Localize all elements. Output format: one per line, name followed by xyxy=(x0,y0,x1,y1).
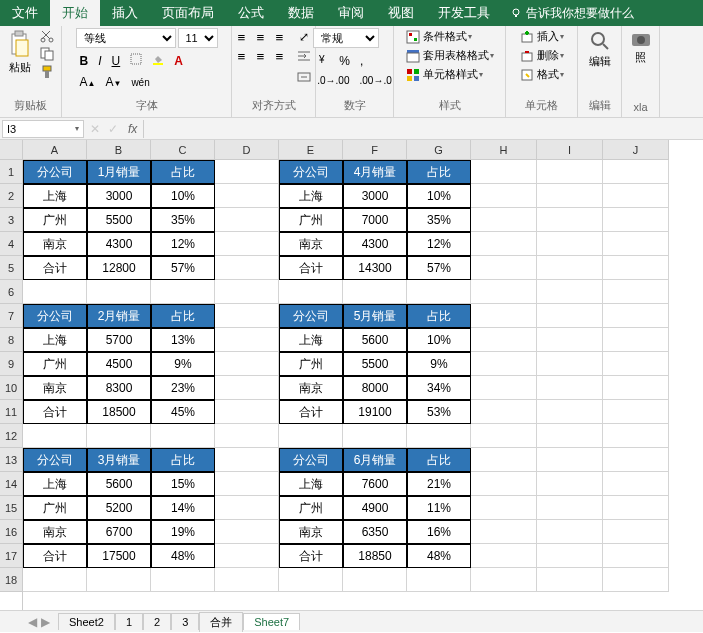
cell-E13[interactable]: 分公司 xyxy=(279,448,343,472)
cell-A12[interactable] xyxy=(23,424,87,448)
cell-H14[interactable] xyxy=(471,472,537,496)
find-button[interactable]: 编辑 xyxy=(587,28,613,71)
cell-B14[interactable]: 5600 xyxy=(87,472,151,496)
cell-J17[interactable] xyxy=(603,544,669,568)
cell-E8[interactable]: 上海 xyxy=(279,328,343,352)
border-button[interactable] xyxy=(126,51,146,70)
cell-F2[interactable]: 3000 xyxy=(343,184,407,208)
table-format-button[interactable]: 套用表格格式▾ xyxy=(404,47,496,64)
cell-E18[interactable] xyxy=(279,568,343,592)
underline-button[interactable]: U xyxy=(108,52,125,70)
cell-I4[interactable] xyxy=(537,232,603,256)
row-header-16[interactable]: 16 xyxy=(0,520,22,544)
cell-F14[interactable]: 7600 xyxy=(343,472,407,496)
cell-F8[interactable]: 5600 xyxy=(343,328,407,352)
cell-G11[interactable]: 53% xyxy=(407,400,471,424)
cell-C13[interactable]: 占比 xyxy=(151,448,215,472)
cell-E9[interactable]: 广州 xyxy=(279,352,343,376)
cell-I2[interactable] xyxy=(537,184,603,208)
cell-B11[interactable]: 18500 xyxy=(87,400,151,424)
col-header-B[interactable]: B xyxy=(87,140,151,160)
cell-C8[interactable]: 13% xyxy=(151,328,215,352)
cell-F1[interactable]: 4月销量 xyxy=(343,160,407,184)
cell-J2[interactable] xyxy=(603,184,669,208)
row-header-17[interactable]: 17 xyxy=(0,544,22,568)
cell-I16[interactable] xyxy=(537,520,603,544)
cell-I3[interactable] xyxy=(537,208,603,232)
cell-B4[interactable]: 4300 xyxy=(87,232,151,256)
font-size-select[interactable]: 11 xyxy=(178,28,218,48)
italic-button[interactable]: I xyxy=(94,52,105,70)
cell-J18[interactable] xyxy=(603,568,669,592)
format-cells-button[interactable]: 格式▾ xyxy=(518,66,566,83)
cell-G17[interactable]: 48% xyxy=(407,544,471,568)
cell-I17[interactable] xyxy=(537,544,603,568)
insert-cells-button[interactable]: 插入▾ xyxy=(518,28,566,45)
cell-D11[interactable] xyxy=(215,400,279,424)
cell-A1[interactable]: 分公司 xyxy=(23,160,87,184)
cell-I9[interactable] xyxy=(537,352,603,376)
cell-E5[interactable]: 合计 xyxy=(279,256,343,280)
cell-J9[interactable] xyxy=(603,352,669,376)
cell-G14[interactable]: 21% xyxy=(407,472,471,496)
cell-I14[interactable] xyxy=(537,472,603,496)
row-header-1[interactable]: 1 xyxy=(0,160,22,184)
cell-J4[interactable] xyxy=(603,232,669,256)
cell-G15[interactable]: 11% xyxy=(407,496,471,520)
currency-button[interactable]: ¥ xyxy=(313,51,333,70)
sheet-tab-merge[interactable]: 合并 xyxy=(199,612,243,632)
cell-A15[interactable]: 广州 xyxy=(23,496,87,520)
cell-D2[interactable] xyxy=(215,184,279,208)
cell-I6[interactable] xyxy=(537,280,603,304)
row-header-2[interactable]: 2 xyxy=(0,184,22,208)
tab-review[interactable]: 审阅 xyxy=(326,0,376,26)
cell-D14[interactable] xyxy=(215,472,279,496)
cell-H3[interactable] xyxy=(471,208,537,232)
cell-D1[interactable] xyxy=(215,160,279,184)
row-header-6[interactable]: 6 xyxy=(0,280,22,304)
cell-C5[interactable]: 57% xyxy=(151,256,215,280)
cell-A6[interactable] xyxy=(23,280,87,304)
cell-H5[interactable] xyxy=(471,256,537,280)
align-center-button[interactable]: ≡ xyxy=(252,47,270,65)
cell-J12[interactable] xyxy=(603,424,669,448)
col-header-A[interactable]: A xyxy=(23,140,87,160)
cell-A7[interactable]: 分公司 xyxy=(23,304,87,328)
conditional-format-button[interactable]: 条件格式▾ xyxy=(404,28,474,45)
cell-E16[interactable]: 南京 xyxy=(279,520,343,544)
cell-D3[interactable] xyxy=(215,208,279,232)
cell-B8[interactable]: 5700 xyxy=(87,328,151,352)
paste-button[interactable]: 粘贴 xyxy=(6,28,34,77)
cell-C15[interactable]: 14% xyxy=(151,496,215,520)
cell-H2[interactable] xyxy=(471,184,537,208)
tell-me[interactable]: 告诉我你想要做什么 xyxy=(510,5,634,22)
cell-E10[interactable]: 南京 xyxy=(279,376,343,400)
tab-developer[interactable]: 开发工具 xyxy=(426,0,502,26)
cell-I7[interactable] xyxy=(537,304,603,328)
cell-H16[interactable] xyxy=(471,520,537,544)
row-header-5[interactable]: 5 xyxy=(0,256,22,280)
percent-button[interactable]: % xyxy=(335,52,354,70)
align-top-button[interactable]: ≡ xyxy=(233,28,251,46)
cell-E6[interactable] xyxy=(279,280,343,304)
cell-F11[interactable]: 19100 xyxy=(343,400,407,424)
cell-I10[interactable] xyxy=(537,376,603,400)
cell-F16[interactable]: 6350 xyxy=(343,520,407,544)
cell-G4[interactable]: 12% xyxy=(407,232,471,256)
row-header-4[interactable]: 4 xyxy=(0,232,22,256)
cell-C14[interactable]: 15% xyxy=(151,472,215,496)
cell-F6[interactable] xyxy=(343,280,407,304)
cell-B5[interactable]: 12800 xyxy=(87,256,151,280)
cell-G3[interactable]: 35% xyxy=(407,208,471,232)
align-middle-button[interactable]: ≡ xyxy=(252,28,270,46)
cell-styles-button[interactable]: 单元格样式▾ xyxy=(404,66,485,83)
col-header-C[interactable]: C xyxy=(151,140,215,160)
cell-J14[interactable] xyxy=(603,472,669,496)
cell-B17[interactable]: 17500 xyxy=(87,544,151,568)
cell-F17[interactable]: 18850 xyxy=(343,544,407,568)
cell-G16[interactable]: 16% xyxy=(407,520,471,544)
fill-color-button[interactable] xyxy=(148,51,168,70)
cell-E1[interactable]: 分公司 xyxy=(279,160,343,184)
cell-B1[interactable]: 1月销量 xyxy=(87,160,151,184)
merge-button[interactable] xyxy=(293,69,315,88)
